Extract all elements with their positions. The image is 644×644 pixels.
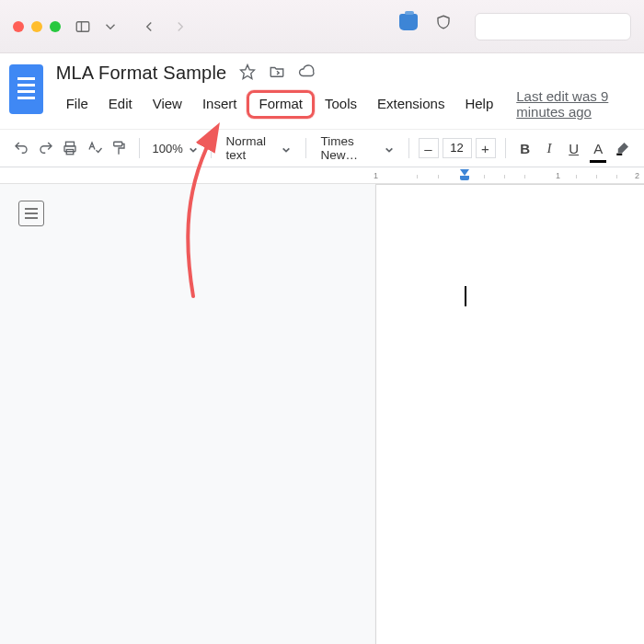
last-edit-link[interactable]: Last edit was 9 minutes ago	[516, 88, 635, 120]
nav-back-button[interactable]	[140, 17, 158, 36]
toolbar: 100% Normal text Times New… – 12 + B I U…	[0, 129, 644, 167]
menu-insert[interactable]: Insert	[192, 92, 247, 117]
spellcheck-button[interactable]	[85, 135, 106, 161]
font-dropdown[interactable]: Times New…	[315, 134, 398, 162]
chevron-down-icon[interactable]	[101, 17, 120, 36]
chevron-down-icon	[282, 144, 291, 153]
separator	[408, 138, 409, 158]
menu-edit[interactable]: Edit	[98, 92, 143, 117]
browser-chrome	[0, 0, 644, 53]
menu-format[interactable]: Format	[247, 90, 315, 119]
document-page[interactable]	[375, 184, 644, 644]
ruler-tick: 1	[374, 171, 378, 180]
horizontal-ruler[interactable]: 1 1 2	[0, 167, 644, 184]
menu-help[interactable]: Help	[454, 92, 503, 117]
left-indent-marker[interactable]	[460, 176, 469, 180]
chevron-down-icon	[385, 144, 394, 153]
document-workspace: 1 1 2	[0, 167, 644, 644]
cloud-saved-icon[interactable]	[298, 63, 315, 83]
highlight-color-button[interactable]	[612, 135, 633, 161]
privacy-shield-icon[interactable]	[434, 13, 453, 31]
ruler-tick: 1	[556, 171, 560, 180]
first-line-indent-marker[interactable]	[460, 169, 469, 176]
paragraph-style-dropdown[interactable]: Normal text	[221, 134, 296, 162]
zoom-dropdown[interactable]: 100%	[148, 142, 201, 155]
maximize-window-icon[interactable]	[50, 21, 61, 32]
folder-move-icon[interactable]	[269, 63, 285, 83]
document-outline-button[interactable]	[18, 201, 44, 226]
close-window-icon[interactable]	[13, 21, 24, 32]
nav-forward-button	[171, 17, 190, 36]
svg-rect-3	[66, 142, 75, 146]
menu-bar: File Edit View Insert Format Tools Exten…	[56, 88, 635, 120]
chevron-down-icon	[189, 144, 198, 153]
paint-format-button[interactable]	[109, 135, 130, 161]
star-icon[interactable]	[239, 63, 256, 83]
redo-button[interactable]	[36, 135, 57, 161]
separator	[139, 138, 140, 158]
zoom-value: 100%	[152, 142, 182, 155]
undo-button[interactable]	[11, 135, 32, 161]
menu-tools[interactable]: Tools	[315, 92, 367, 117]
font-size-input[interactable]: 12	[443, 138, 472, 158]
increase-font-size-button[interactable]: +	[476, 138, 496, 158]
text-color-button[interactable]: A	[588, 135, 609, 161]
separator	[505, 138, 506, 158]
menu-extensions[interactable]: Extensions	[367, 92, 454, 117]
italic-button[interactable]: I	[539, 135, 560, 161]
svg-rect-0	[76, 21, 89, 31]
underline-button[interactable]: U	[563, 135, 584, 161]
print-button[interactable]	[60, 135, 81, 161]
site-info-icon[interactable]	[399, 13, 418, 31]
ruler-tick: 2	[635, 171, 639, 180]
decrease-font-size-button[interactable]: –	[419, 138, 439, 158]
google-docs-logo-icon[interactable]	[9, 64, 43, 114]
minimize-window-icon[interactable]	[31, 21, 42, 32]
separator	[305, 138, 306, 158]
svg-marker-2	[241, 65, 255, 79]
font-label: Times New…	[320, 134, 376, 162]
window-traffic-lights[interactable]	[13, 21, 61, 32]
menu-file[interactable]: File	[56, 92, 98, 117]
bold-button[interactable]: B	[514, 135, 535, 161]
sidebar-toggle-icon[interactable]	[74, 17, 92, 36]
address-bar[interactable]	[475, 13, 631, 40]
separator	[211, 138, 212, 158]
menu-view[interactable]: View	[143, 92, 192, 117]
text-cursor	[465, 286, 466, 306]
svg-rect-7	[114, 142, 122, 146]
document-title[interactable]: MLA Format Sample	[56, 63, 227, 84]
style-label: Normal text	[226, 134, 274, 162]
